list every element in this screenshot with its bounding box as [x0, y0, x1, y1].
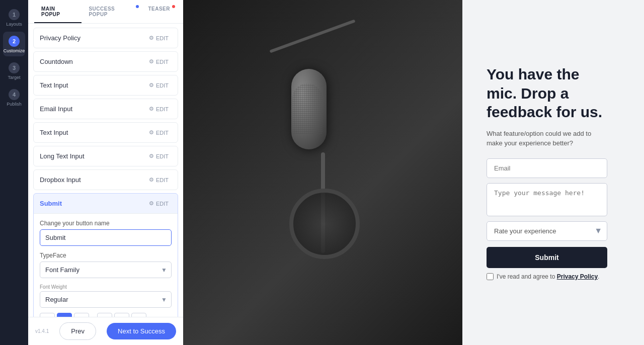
bottom-bar: v1.4.1 Prev Next to Success — [28, 317, 183, 345]
mic-illustration — [183, 0, 462, 345]
sidebar-label-publish: Publish — [7, 102, 22, 107]
preview-email-input[interactable] — [487, 158, 607, 178]
success-dot — [136, 5, 139, 8]
typeface-group: TypeFace Font Family Arial Helvetica Geo… — [40, 252, 172, 278]
list-item-privacy[interactable]: Privacy Policy ⚙ EDIT — [33, 28, 178, 48]
typeface-label: TypeFace — [40, 252, 172, 259]
preview-submit-button[interactable]: Submit — [487, 247, 607, 268]
font-weight-label: Font Weight — [40, 284, 172, 290]
panel: MAIN POPUP SUCCESS POPUP TEASER Privacy … — [28, 0, 183, 345]
edit-dropbox-button[interactable]: ⚙ EDIT — [146, 175, 172, 185]
privacy-checkbox[interactable] — [487, 273, 494, 280]
sidebar-item-layouts[interactable]: 1 Layouts — [3, 5, 25, 30]
edit-text1-button[interactable]: ⚙ EDIT — [146, 80, 172, 90]
preview-subtext: What feature/option could we add to make… — [487, 129, 607, 148]
edit-submit-button[interactable]: ⚙ EDIT — [146, 199, 172, 208]
preview-content: You have the mic. Drop a feedback for us… — [462, 0, 644, 345]
pop-filter — [289, 189, 360, 259]
next-button[interactable]: Next to Success — [107, 323, 176, 339]
gear-icon: ⚙ — [149, 82, 154, 89]
list-item-text2[interactable]: Text Input ⚙ EDIT — [33, 122, 178, 143]
sidebar-label-layouts: Layouts — [6, 22, 22, 27]
submit-edit-panel: Submit ⚙ EDIT Change your button name Ty… — [33, 193, 178, 317]
align-left-button[interactable] — [40, 313, 55, 317]
sidebar-item-customize[interactable]: 2 Customize — [3, 32, 25, 56]
gear-icon: ⚙ — [149, 200, 154, 207]
list-item-dropbox[interactable]: Dropbox Input ⚙ EDIT — [33, 169, 178, 190]
font-family-select[interactable]: Font Family Arial Helvetica Georgia — [40, 262, 172, 278]
tab-teaser[interactable]: TEASER — [141, 0, 177, 23]
tab-success-popup[interactable]: SUCCESS POPUP — [82, 0, 141, 23]
privacy-link[interactable]: Privacy Policy — [557, 273, 598, 280]
edit-longtext-button[interactable]: ⚙ EDIT — [146, 151, 172, 161]
font-weight-group: Font Weight Thin Light Regular Medium Bo… — [40, 284, 172, 308]
element-list: Privacy Policy ⚙ EDIT Countdown ⚙ EDIT T… — [28, 24, 183, 317]
font-family-wrapper: Font Family Arial Helvetica Georgia ▼ — [40, 262, 172, 278]
gear-icon: ⚙ — [149, 106, 154, 112]
preview-rate-wrapper: Rate your experience ⭐ 1 ⭐⭐ 2 ⭐⭐⭐ 3 ⭐⭐⭐⭐… — [487, 221, 607, 241]
preview-background-image — [183, 0, 462, 345]
tab-bar: MAIN POPUP SUCCESS POPUP TEASER — [28, 0, 183, 24]
submit-edit-body: Change your button name TypeFace Font Fa… — [34, 213, 178, 317]
sidebar-num-2: 2 — [9, 36, 20, 47]
list-item-text1[interactable]: Text Input ⚙ EDIT — [33, 75, 178, 96]
sidebar-label-customize: Customize — [4, 48, 25, 53]
preview-rate-select[interactable]: Rate your experience ⭐ 1 ⭐⭐ 2 ⭐⭐⭐ 3 ⭐⭐⭐⭐… — [487, 221, 607, 241]
font-weight-select[interactable]: Thin Light Regular Medium Bold — [40, 291, 172, 308]
preview-message-textarea[interactable] — [487, 183, 607, 216]
sidebar-item-target[interactable]: 3 Target — [3, 58, 25, 83]
mic-body — [291, 69, 327, 149]
tab-main-popup[interactable]: MAIN POPUP — [34, 0, 82, 23]
edit-privacy-button[interactable]: ⚙ EDIT — [146, 33, 172, 43]
edit-email-button[interactable]: ⚙ EDIT — [146, 104, 172, 114]
submit-edit-header[interactable]: Submit ⚙ EDIT — [34, 194, 178, 213]
sidebar-num-4: 4 — [9, 89, 20, 100]
gear-icon: ⚙ — [149, 58, 154, 65]
privacy-text: I've read and agree to Privacy Policy. — [497, 273, 599, 280]
gear-icon: ⚙ — [149, 129, 154, 136]
bold-button[interactable]: T — [97, 313, 112, 317]
prev-button[interactable]: Prev — [59, 322, 96, 340]
preview-privacy-row: I've read and agree to Privacy Policy. — [487, 273, 599, 280]
sidebar-num-1: 1 — [9, 9, 20, 20]
version-label: v1.4.1 — [35, 328, 49, 334]
sidebar-item-publish[interactable]: 4 Publish — [3, 85, 25, 110]
submit-label: Submit — [40, 200, 62, 207]
sidebar-label-target: Target — [8, 75, 20, 80]
gear-icon: ⚙ — [149, 177, 154, 183]
mic-mesh — [292, 83, 323, 134]
rate-arrow-icon: ▼ — [594, 226, 602, 235]
list-item-countdown[interactable]: Countdown ⚙ EDIT — [33, 51, 178, 72]
teaser-dot — [172, 5, 175, 8]
font-weight-wrapper: Thin Light Regular Medium Bold ▼ — [40, 291, 172, 308]
text-style-buttons: T T U — [40, 313, 172, 317]
align-center-button[interactable] — [57, 313, 72, 317]
preview-heading: You have the mic. Drop a feedback for us… — [487, 65, 607, 122]
button-name-input[interactable] — [40, 229, 172, 246]
edit-countdown-button[interactable]: ⚙ EDIT — [146, 57, 172, 66]
sidebar: 1 Layouts 2 Customize 3 Target 4 Publish — [0, 0, 28, 345]
list-item-longtext[interactable]: Long Text Input ⚙ EDIT — [33, 146, 178, 166]
underline-button[interactable]: U — [131, 313, 146, 317]
edit-text2-button[interactable]: ⚙ EDIT — [146, 128, 172, 137]
list-item-email[interactable]: Email Input ⚙ EDIT — [33, 99, 178, 119]
change-name-label: Change your button name — [40, 220, 172, 227]
italic-button[interactable]: T — [114, 313, 129, 317]
sidebar-num-3: 3 — [9, 62, 20, 73]
preview-area: You have the mic. Drop a feedback for us… — [183, 0, 644, 345]
align-right-button[interactable] — [74, 313, 89, 317]
mic-arm — [269, 19, 355, 53]
change-name-group: Change your button name — [40, 220, 172, 246]
gear-icon: ⚙ — [149, 153, 154, 159]
gear-icon: ⚙ — [149, 35, 154, 41]
